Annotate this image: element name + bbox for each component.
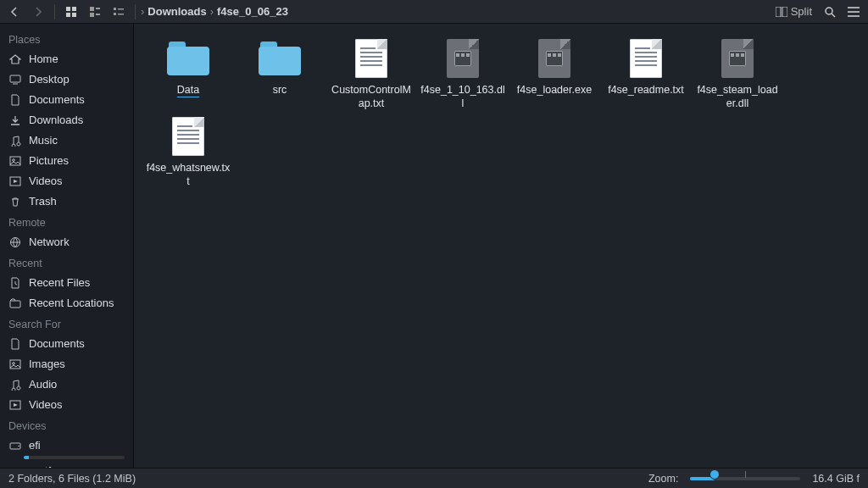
sidebar-item-label: Documents	[29, 92, 85, 108]
breadcrumb-segment[interactable]: f4se_0_06_23	[217, 5, 288, 18]
videos-icon	[8, 175, 22, 188]
sidebar-item-downloads[interactable]: Downloads	[0, 110, 133, 130]
svg-rect-12	[776, 7, 781, 17]
svg-rect-9	[118, 8, 124, 10]
sidebar-item-recent locations[interactable]: Recent Locations	[0, 293, 133, 313]
file-name: Data	[177, 83, 199, 97]
zoom-slider[interactable]	[690, 473, 800, 485]
file-view[interactable]: DatasrcCustomControlMap.txtf4se_1_10_163…	[134, 24, 868, 468]
sidebar-item-documents[interactable]: Documents	[0, 90, 133, 110]
sidebar-item-rootfs[interactable]: rootfs	[0, 461, 133, 468]
sidebar-item-audio[interactable]: Audio	[0, 374, 133, 395]
drive-icon	[8, 439, 22, 452]
binary-file-icon	[447, 39, 479, 78]
sidebar-item-label: Pictures	[29, 153, 69, 169]
section-recent: Recent	[0, 252, 133, 273]
sidebar-item-label: Recent Locations	[29, 296, 114, 311]
sidebar-item-label: efi	[29, 438, 41, 453]
binary-file-icon	[538, 39, 570, 78]
split-button[interactable]: Split	[771, 2, 817, 22]
sidebar-item-trash[interactable]: Trash	[0, 191, 133, 212]
svg-rect-6	[90, 13, 94, 17]
section-devices: Devices	[0, 415, 133, 435]
view-details-button[interactable]	[108, 2, 130, 22]
status-summary: 2 Folders, 6 Files (1.2 MiB)	[8, 473, 136, 485]
sidebar-item-documents[interactable]: Documents	[0, 334, 133, 354]
videos-icon	[8, 398, 22, 412]
svg-rect-5	[96, 8, 100, 9]
music-icon	[8, 134, 22, 147]
forward-button[interactable]	[27, 2, 49, 22]
file-name: f4se_loader.exe	[517, 83, 592, 97]
sidebar-item-videos[interactable]: Videos	[0, 171, 133, 191]
svg-point-30	[18, 446, 19, 447]
svg-rect-3	[72, 13, 76, 17]
sidebar-item-label: Documents	[29, 336, 85, 352]
recent-locations-icon	[8, 297, 22, 310]
svg-rect-25	[10, 301, 20, 308]
text-file-icon	[355, 39, 387, 78]
sidebar-item-label: Images	[29, 357, 65, 372]
sidebar-item-label: Home	[29, 52, 58, 67]
disk-free: 16.4 GiB f	[812, 473, 860, 485]
file-item[interactable]: f4se_readme.txt	[600, 36, 692, 114]
toolbar: › Downloads › f4se_0_06_23 Split	[0, 0, 868, 24]
svg-rect-26	[10, 360, 20, 369]
svg-point-27	[13, 363, 15, 365]
sidebar-item-network[interactable]: Network	[0, 232, 133, 252]
folder-icon	[167, 42, 209, 75]
file-name: CustomControlMap.txt	[329, 83, 414, 110]
sidebar-item-desktop[interactable]: Desktop	[0, 69, 133, 90]
desktop-icon	[8, 73, 22, 86]
svg-rect-11	[118, 14, 124, 15]
sidebar-item-label: Music	[29, 133, 58, 148]
back-button[interactable]	[3, 2, 25, 22]
hamburger-menu-button[interactable]	[843, 2, 865, 22]
svg-rect-10	[114, 13, 116, 15]
file-manager-window: › Downloads › f4se_0_06_23 Split PlacesH…	[0, 0, 868, 488]
section-places: Places	[0, 29, 133, 49]
sidebar-item-label: Trash	[29, 194, 57, 209]
text-file-icon	[630, 39, 662, 78]
file-item[interactable]: f4se_1_10_163.dll	[417, 36, 509, 114]
sidebar-item-label: Network	[29, 235, 70, 250]
file-item[interactable]: f4se_whatsnew.txt	[142, 114, 234, 191]
file-item[interactable]: CustomControlMap.txt	[326, 36, 417, 114]
sidebar-item-label: Audio	[29, 377, 57, 392]
search-button[interactable]	[819, 2, 841, 22]
svg-rect-7	[96, 14, 100, 15]
sidebar-item-label: Downloads	[29, 113, 83, 128]
sidebar-item-music[interactable]: Music	[0, 130, 133, 151]
file-item[interactable]: f4se_steam_loader.dll	[692, 36, 783, 114]
home-icon	[8, 53, 22, 66]
view-icons-button[interactable]	[60, 2, 82, 22]
folder-icon	[259, 42, 301, 75]
sidebar-item-images[interactable]: Images	[0, 354, 133, 374]
sidebar-item-label: Desktop	[29, 72, 70, 87]
chevron-right-icon: ›	[210, 5, 214, 18]
sidebar-item-home[interactable]: Home	[0, 49, 133, 69]
documents-icon	[8, 337, 22, 351]
network-icon	[8, 236, 22, 249]
svg-rect-21	[10, 157, 20, 165]
binary-file-icon	[721, 39, 754, 78]
sidebar-item-recent files[interactable]: Recent Files	[0, 273, 133, 293]
svg-rect-19	[10, 75, 20, 82]
sidebar-item-videos[interactable]: Videos	[0, 395, 133, 415]
breadcrumb-segment[interactable]: Downloads	[147, 5, 206, 18]
svg-point-22	[13, 159, 15, 162]
file-item[interactable]: Data	[142, 36, 234, 114]
status-bar: 2 Folders, 6 Files (1.2 MiB) Zoom: 16.4 …	[0, 468, 868, 488]
pictures-icon	[8, 358, 22, 371]
view-compact-button[interactable]	[84, 2, 106, 22]
sidebar-item-efi[interactable]: efi	[0, 435, 133, 456]
file-item[interactable]: src	[234, 36, 326, 114]
file-name: f4se_steam_loader.dll	[695, 83, 780, 110]
sidebar-item-pictures[interactable]: Pictures	[0, 151, 133, 171]
svg-rect-2	[66, 13, 70, 17]
file-name: f4se_whatsnew.txt	[146, 161, 231, 188]
file-name: f4se_1_10_163.dll	[420, 83, 505, 110]
file-item[interactable]: f4se_loader.exe	[509, 36, 600, 114]
breadcrumb[interactable]: › Downloads › f4se_0_06_23	[141, 5, 288, 18]
text-file-icon	[172, 117, 204, 156]
